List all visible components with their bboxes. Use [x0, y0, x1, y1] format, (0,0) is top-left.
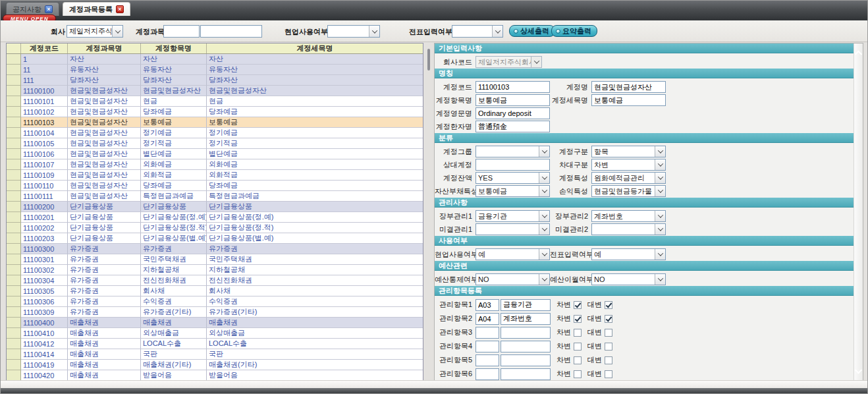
ledger2-select[interactable]: 계좌번호 — [591, 210, 666, 222]
credit-checkbox[interactable] — [605, 356, 612, 364]
company-select[interactable]: 제일저지주식회사 — [67, 25, 123, 38]
hanja-name-field[interactable] — [475, 121, 550, 132]
table-row[interactable]: 11100203단기금융상품단기금융상품(별.예)단기금융상품(별.예) — [7, 233, 423, 244]
counter-account-field[interactable] — [475, 159, 550, 171]
ledger1-select[interactable]: 금융기관 — [475, 210, 550, 222]
chevron-down-icon — [655, 224, 665, 235]
table-row[interactable]: 11100202단기금융상품단기금융상품(정.적)단기금융상품(정.적) — [7, 223, 423, 233]
english-name-field[interactable] — [475, 107, 550, 119]
table-row[interactable]: 11100103현금및현금성자산보통예금보통예금 — [7, 117, 423, 128]
mgmt-item-code-field[interactable] — [475, 368, 499, 380]
table-row[interactable]: 11100105현금및현금성자산정기적금정기적금 — [7, 138, 423, 149]
table-row[interactable]: 11100420매출채권받을어음받을어음 — [7, 370, 423, 381]
account-name-field[interactable] — [591, 81, 666, 93]
table-row[interactable]: 11유동자산유동자산유동자산 — [7, 65, 423, 75]
slip-entry-select[interactable] — [452, 25, 503, 38]
panel-slip-entry-select[interactable]: 예 — [591, 248, 666, 260]
table-cell: 11100412 — [21, 339, 68, 349]
grid-scrollbar[interactable] — [423, 43, 434, 381]
credit-checkbox[interactable] — [605, 301, 612, 309]
debit-checkbox[interactable] — [574, 315, 582, 323]
table-row[interactable]: 11100301유가증권국민주택채권국민주택채권 — [7, 254, 423, 265]
table-row[interactable]: 11100106현금및현금성자산별단예금별단예금 — [7, 149, 423, 159]
summary-print-button[interactable]: 요약출력 — [551, 25, 597, 37]
field-use-select[interactable] — [327, 25, 380, 38]
scroll-down-icon[interactable] — [855, 368, 862, 374]
detail-name-field[interactable] — [591, 94, 666, 106]
mgmt-item-code-field[interactable] — [475, 341, 499, 352]
table-row[interactable]: 11100304유가증권전신전화채권전신전화채권 — [7, 275, 423, 286]
company-code-label: 회사코드 — [435, 57, 475, 67]
item-name-field[interactable] — [475, 94, 550, 106]
mgmt-item-code-field[interactable] — [475, 313, 499, 325]
asset-trait-select[interactable]: 보통예금 — [475, 185, 550, 197]
table-row[interactable]: 11100300유가증권유가증권유가증권 — [7, 244, 423, 254]
pl-trait-select[interactable]: 현금및현금등가물 — [591, 185, 666, 197]
detail-print-button[interactable]: 상세출력 — [509, 25, 555, 37]
budget-carryover-select[interactable]: NO — [591, 273, 666, 285]
mgmt-item-code-field[interactable] — [475, 354, 499, 366]
close-icon[interactable]: × — [116, 5, 124, 13]
scroll-up-icon[interactable] — [855, 51, 862, 57]
pending2-select[interactable] — [591, 223, 666, 235]
mgmt-item-code-field[interactable] — [475, 299, 499, 311]
table-cell: 현금및현금성자산 — [68, 159, 141, 170]
account-label: 계정과목 — [136, 27, 165, 37]
debit-checkbox[interactable] — [574, 343, 582, 351]
table-row[interactable]: 11100107현금및현금성자산외화예금외화예금 — [7, 159, 423, 170]
close-icon[interactable]: × — [45, 5, 53, 13]
table-row[interactable]: 11100400매출채권매출채권매출채권 — [7, 318, 423, 328]
mgmt-item-name-field[interactable] — [501, 299, 551, 311]
table-row[interactable]: 11100201단기금융상품단기금융상품(정.예)단기금융상품(정.예) — [7, 212, 423, 223]
tab-account-registration[interactable]: 계정과목등록 × — [63, 2, 130, 16]
table-row[interactable]: 11100305유가증권회사채회사채 — [7, 286, 423, 296]
account-code-input[interactable] — [163, 25, 200, 38]
debit-checkbox[interactable] — [574, 370, 582, 378]
account-group-select[interactable] — [475, 146, 550, 157]
table-row[interactable]: 11100419매출채권매출채권(기타)매출채권(기타) — [7, 360, 423, 370]
table-row[interactable]: 1자산자산자산 — [7, 54, 423, 65]
account-division-select[interactable]: 항목 — [591, 146, 666, 157]
budget-control-select[interactable]: NO — [475, 273, 550, 285]
table-row[interactable]: 111당좌자산당좌자산당좌자산 — [7, 75, 423, 86]
table-row[interactable]: 11100306유가증권수익증권수익증권 — [7, 296, 423, 307]
table-row[interactable]: 11100110현금및현금성자산당좌예금당좌예금 — [7, 181, 423, 191]
debit-checkbox[interactable] — [574, 356, 582, 364]
table-cell: 11100300 — [21, 244, 68, 254]
table-row[interactable]: 11100200단기금융상품단기금융상품단기금융상품 — [7, 202, 423, 212]
account-code-field[interactable] — [475, 81, 550, 93]
table-row[interactable]: 11100111현금및현금성자산특정현금과예금특정현금과예금 — [7, 191, 423, 202]
mgmt-item-name-field[interactable] — [501, 354, 551, 366]
table-row[interactable]: 11100414매출채권국판국판 — [7, 349, 423, 360]
panel-scrollbar[interactable] — [854, 43, 863, 381]
debit-checkbox[interactable] — [574, 329, 582, 337]
table-cell: 11100309 — [21, 307, 68, 318]
dc-division-select[interactable]: 차변 — [591, 159, 666, 171]
table-row[interactable]: 11100302유가증권지하철공채지하철공채 — [7, 265, 423, 275]
account-balance-select[interactable]: YES — [475, 172, 550, 184]
account-name-input[interactable] — [200, 25, 262, 38]
table-row[interactable]: 11100309유가증권유가증권(기타)유가증권(기타) — [7, 307, 423, 318]
mgmt-item-name-field[interactable] — [501, 368, 551, 380]
credit-checkbox[interactable] — [605, 343, 612, 351]
debit-checkbox[interactable] — [574, 301, 582, 309]
table-row[interactable]: 11100410매출채권외상매출금외상매출금 — [7, 328, 423, 339]
mgmt-item-code-field[interactable] — [475, 327, 499, 339]
scrollbar-thumb[interactable] — [427, 49, 430, 70]
pending1-select[interactable] — [475, 223, 550, 235]
credit-checkbox[interactable] — [605, 329, 612, 337]
table-row[interactable]: 11100412매출채권LOCAL수출LOCAL수출 — [7, 339, 423, 349]
mgmt-item-name-field[interactable] — [501, 313, 551, 325]
mgmt-item-name-field[interactable] — [501, 327, 551, 339]
table-row[interactable]: 11100102현금및현금성자산당좌예금당좌예금 — [7, 107, 423, 117]
table-row[interactable]: 11100109현금및현금성자산외화적금외화적금 — [7, 170, 423, 181]
account-trait-select[interactable]: 원화예적금관리 — [591, 172, 666, 184]
table-row[interactable]: 11100104현금및현금성자산정기예금정기예금 — [7, 128, 423, 138]
mgmt-item-name-field[interactable] — [501, 341, 551, 352]
credit-checkbox[interactable] — [605, 370, 612, 378]
table-row[interactable]: 11100100현금및현금성자산현금및현금성자산현금및현금성자산 — [7, 86, 423, 96]
credit-checkbox[interactable] — [605, 315, 612, 323]
tab-notice[interactable]: 공지사항 × — [6, 2, 59, 16]
panel-field-use-select[interactable]: 예 — [475, 248, 550, 260]
table-row[interactable]: 11100101현금및현금성자산현금현금 — [7, 96, 423, 107]
